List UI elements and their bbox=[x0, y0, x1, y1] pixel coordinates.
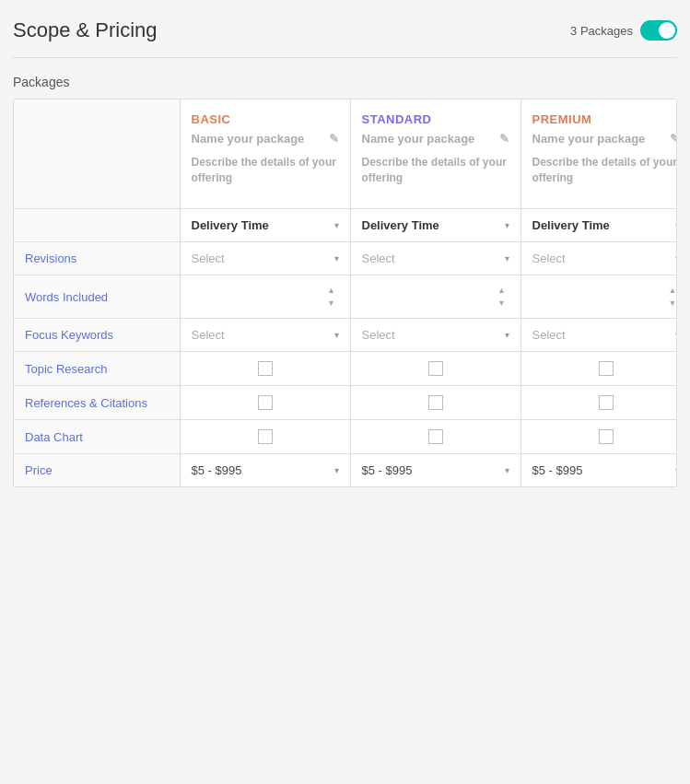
topic-research-basic-checkbox[interactable] bbox=[258, 361, 273, 376]
revisions-row: Revisions Select ▾ Select ▾ bbox=[14, 242, 677, 275]
references-citations-premium-checkbox[interactable] bbox=[599, 395, 614, 410]
price-standard-value: $5 - $995 bbox=[362, 463, 413, 477]
header-divider bbox=[13, 57, 677, 58]
delivery-time-basic-dropdown[interactable]: Delivery Time ▾ bbox=[192, 218, 339, 232]
words-included-premium-up[interactable]: ▲ bbox=[665, 285, 677, 296]
revisions-basic[interactable]: Select ▾ bbox=[180, 242, 350, 275]
price-basic-arrow: ▾ bbox=[334, 465, 339, 475]
references-citations-basic-checkbox[interactable] bbox=[258, 395, 273, 410]
words-included-standard-down[interactable]: ▼ bbox=[495, 298, 509, 309]
delivery-time-premium[interactable]: Delivery Time ▾ bbox=[520, 209, 677, 242]
price-premium-arrow: ▾ bbox=[675, 465, 677, 475]
words-included-standard-spinner: ▲ ▼ bbox=[362, 285, 509, 309]
revisions-standard-dropdown[interactable]: Select ▾ bbox=[362, 252, 509, 265]
price-basic-dropdown[interactable]: $5 - $995 ▾ bbox=[192, 463, 339, 477]
focus-keywords-label-cell: Focus Keywords bbox=[14, 319, 180, 352]
packages-section-label: Packages bbox=[13, 75, 677, 89]
data-chart-premium bbox=[520, 420, 677, 454]
references-citations-label-cell: References & Citations bbox=[14, 386, 180, 420]
premium-desc-placeholder[interactable]: Describe the details of your offering bbox=[532, 155, 678, 201]
price-premium[interactable]: $5 - $995 ▾ bbox=[520, 454, 677, 487]
price-basic-value: $5 - $995 bbox=[192, 463, 242, 477]
data-chart-premium-checkbox[interactable] bbox=[599, 429, 614, 444]
revisions-premium-dropdown[interactable]: Select ▾ bbox=[532, 252, 678, 265]
price-row: Price $5 - $995 ▾ $5 - $995 ▾ bbox=[14, 454, 677, 487]
words-included-basic: ▲ ▼ bbox=[180, 275, 350, 319]
price-standard-arrow: ▾ bbox=[505, 465, 509, 475]
focus-keywords-standard-arrow: ▾ bbox=[505, 330, 509, 340]
price-premium-value: $5 - $995 bbox=[532, 463, 583, 477]
revisions-standard[interactable]: Select ▾ bbox=[350, 242, 520, 275]
basic-edit-icon[interactable]: ✎ bbox=[329, 132, 339, 146]
references-citations-premium-checkbox-cell bbox=[532, 395, 678, 410]
page-title: Scope & Pricing bbox=[13, 18, 158, 42]
basic-name-placeholder[interactable]: Name your package bbox=[192, 132, 323, 146]
data-chart-label-cell: Data Chart bbox=[14, 420, 180, 454]
focus-keywords-standard[interactable]: Select ▾ bbox=[350, 319, 520, 352]
words-included-premium-down[interactable]: ▼ bbox=[665, 298, 677, 309]
table-header: BASIC Name your package ✎ Describe the d… bbox=[14, 99, 677, 209]
topic-research-standard-checkbox[interactable] bbox=[428, 361, 443, 376]
revisions-basic-dropdown[interactable]: Select ▾ bbox=[192, 252, 339, 265]
delivery-time-premium-dropdown[interactable]: Delivery Time ▾ bbox=[532, 218, 678, 232]
packages-table-wrapper: BASIC Name your package ✎ Describe the d… bbox=[13, 99, 677, 487]
revisions-label-cell: Revisions bbox=[14, 242, 180, 275]
page-container: Scope & Pricing 3 Packages Packages BASI… bbox=[0, 0, 690, 506]
packages-toggle-switch[interactable] bbox=[640, 20, 677, 41]
premium-header: PREMIUM Name your package ✎ Describe the… bbox=[520, 99, 677, 209]
header: Scope & Pricing 3 Packages bbox=[13, 18, 677, 42]
focus-keywords-basic-value: Select bbox=[192, 328, 225, 342]
focus-keywords-premium[interactable]: Select ▾ bbox=[520, 319, 677, 352]
delivery-time-premium-label: Delivery Time bbox=[532, 218, 610, 232]
topic-research-premium-checkbox[interactable] bbox=[599, 361, 614, 376]
delivery-time-label-cell bbox=[14, 209, 180, 242]
price-standard[interactable]: $5 - $995 ▾ bbox=[350, 454, 520, 487]
standard-tier-label: STANDARD bbox=[362, 112, 509, 126]
standard-name-placeholder[interactable]: Name your package bbox=[362, 132, 494, 146]
references-citations-standard-checkbox-cell bbox=[362, 395, 509, 410]
delivery-time-standard[interactable]: Delivery Time ▾ bbox=[350, 209, 520, 242]
premium-edit-icon[interactable]: ✎ bbox=[670, 132, 677, 146]
focus-keywords-row: Focus Keywords Select ▾ Select ▾ bbox=[14, 319, 677, 352]
data-chart-standard bbox=[350, 420, 520, 454]
data-chart-basic-checkbox[interactable] bbox=[258, 429, 273, 444]
topic-research-standard bbox=[350, 352, 520, 386]
delivery-time-row: Delivery Time ▾ Delivery Time ▾ Delivery… bbox=[14, 209, 677, 242]
standard-edit-icon[interactable]: ✎ bbox=[499, 132, 509, 146]
price-premium-dropdown[interactable]: $5 - $995 ▾ bbox=[532, 463, 678, 477]
standard-desc-placeholder[interactable]: Describe the details of your offering bbox=[362, 155, 509, 201]
words-included-basic-up[interactable]: ▲ bbox=[324, 285, 339, 296]
revisions-premium-arrow: ▾ bbox=[675, 253, 677, 263]
price-label-cell: Price bbox=[14, 454, 180, 487]
delivery-time-standard-arrow: ▾ bbox=[505, 220, 509, 230]
references-citations-standard-checkbox[interactable] bbox=[428, 395, 443, 410]
data-chart-premium-checkbox-cell bbox=[532, 429, 678, 444]
words-included-standard-up[interactable]: ▲ bbox=[495, 285, 509, 296]
revisions-premium[interactable]: Select ▾ bbox=[520, 242, 677, 275]
words-included-premium-spinner: ▲ ▼ bbox=[532, 285, 678, 309]
focus-keywords-basic[interactable]: Select ▾ bbox=[180, 319, 350, 352]
revisions-basic-value: Select bbox=[192, 252, 225, 265]
delivery-time-premium-arrow: ▾ bbox=[675, 220, 677, 230]
references-citations-row: References & Citations bbox=[14, 386, 677, 420]
basic-desc-placeholder[interactable]: Describe the details of your offering bbox=[192, 155, 339, 201]
delivery-time-standard-dropdown[interactable]: Delivery Time ▾ bbox=[362, 218, 509, 232]
price-basic[interactable]: $5 - $995 ▾ bbox=[180, 454, 350, 487]
data-chart-standard-checkbox[interactable] bbox=[428, 429, 443, 444]
focus-keywords-premium-dropdown[interactable]: Select ▾ bbox=[532, 328, 678, 342]
focus-keywords-standard-dropdown[interactable]: Select ▾ bbox=[362, 328, 509, 342]
focus-keywords-standard-value: Select bbox=[362, 328, 395, 342]
references-citations-standard bbox=[350, 386, 520, 420]
topic-research-row: Topic Research bbox=[14, 352, 677, 386]
basic-header: BASIC Name your package ✎ Describe the d… bbox=[180, 99, 350, 209]
focus-keywords-basic-dropdown[interactable]: Select ▾ bbox=[192, 328, 339, 342]
words-included-basic-down[interactable]: ▼ bbox=[324, 298, 339, 309]
data-chart-standard-checkbox-cell bbox=[362, 429, 509, 444]
revisions-standard-arrow: ▾ bbox=[505, 253, 509, 263]
price-standard-dropdown[interactable]: $5 - $995 ▾ bbox=[362, 463, 509, 477]
topic-research-standard-checkbox-cell bbox=[362, 361, 509, 376]
premium-name-placeholder[interactable]: Name your package bbox=[532, 132, 665, 146]
standard-name-row: Name your package ✎ bbox=[362, 132, 509, 146]
focus-keywords-basic-arrow: ▾ bbox=[334, 330, 339, 340]
delivery-time-basic[interactable]: Delivery Time ▾ bbox=[180, 209, 350, 242]
